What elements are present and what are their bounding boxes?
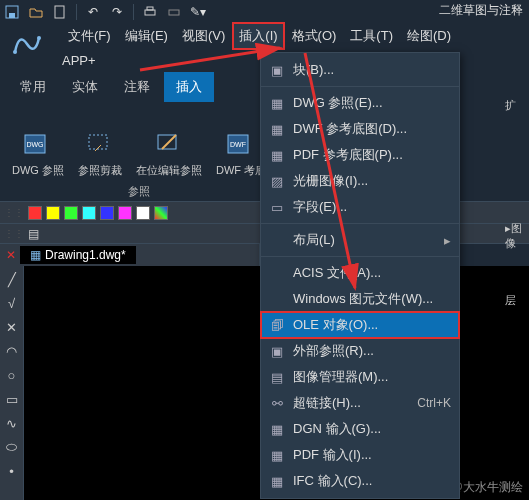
dwg-file-icon: ▦ (30, 248, 41, 262)
field-icon: ▭ (269, 199, 285, 215)
dd-block[interactable]: ▣块(B)... (261, 57, 459, 83)
svg-point-7 (37, 36, 41, 40)
dd-layout[interactable]: 布局(L)▸ (261, 227, 459, 253)
print-preview-icon[interactable] (166, 4, 182, 20)
dd-pdf-ref[interactable]: ▦PDF 参考底图(P)... (261, 142, 459, 168)
quick-access-bar: ↶ ↷ ✎▾ 二维草图与注释 (0, 0, 529, 24)
svg-rect-2 (55, 6, 64, 18)
dd-dwg-ref[interactable]: ▦DWG 参照(E)... (261, 90, 459, 116)
open-icon[interactable] (28, 4, 44, 20)
menu-edit[interactable]: 编辑(E) (119, 23, 174, 49)
app-logo-icon[interactable] (8, 27, 44, 63)
left-toolbar: ╱ √ ✕ ◠ ○ ▭ ∿ ⬭ • (0, 266, 24, 500)
ifc-icon: ▦ (269, 473, 285, 489)
ribbon-label: 参照剪裁 (78, 163, 122, 178)
dd-acis[interactable]: ACIS 文件(A)... (261, 260, 459, 286)
svg-text:DWG: DWG (26, 141, 43, 148)
dd-dgn[interactable]: ▦DGN 输入(G)... (261, 416, 459, 442)
edit-ref-icon (152, 127, 186, 161)
dd-ifc[interactable]: ▦IFC 输入(C)... (261, 468, 459, 494)
ribbon-dwg-ref[interactable]: DWG DWG 参照 (8, 123, 68, 182)
dwf-icon: ▦ (269, 121, 285, 137)
svg-text:DWF: DWF (230, 141, 246, 148)
svg-point-6 (13, 50, 17, 54)
color-red[interactable] (28, 206, 42, 220)
menubar: 文件(F) 编辑(E) 视图(V) 插入(I) 格式(O) 工具(T) 绘图(D… (62, 23, 457, 49)
dd-dwf-ref[interactable]: ▦DWF 参考底图(D)... (261, 116, 459, 142)
menu-view[interactable]: 视图(V) (176, 23, 231, 49)
color-cyan[interactable] (82, 206, 96, 220)
svg-rect-5 (169, 10, 179, 15)
dwg-ref-icon: DWG (21, 127, 55, 161)
worktab-label: Drawing1.dwg* (45, 248, 126, 262)
arc-tool-icon[interactable]: ◠ (3, 342, 21, 360)
tab-annotate[interactable]: 注释 (112, 72, 162, 102)
dd-wmf[interactable]: Windows 图元文件(W)... (261, 286, 459, 312)
right-edge-panels: 扩 ▸图像 层 (503, 92, 529, 314)
color-green[interactable] (64, 206, 78, 220)
tab-solid[interactable]: 实体 (60, 72, 110, 102)
right-layer[interactable]: 层 (503, 287, 529, 314)
worktab[interactable]: ▦ Drawing1.dwg* (20, 246, 136, 264)
pdf-in-icon: ▦ (269, 447, 285, 463)
menu-insert[interactable]: 插入(I) (233, 23, 283, 49)
print-icon[interactable] (142, 4, 158, 20)
ribbon-edit-ref[interactable]: 在位编辑参照 (132, 123, 206, 182)
style-icon[interactable]: ✎▾ (190, 4, 206, 20)
dd-raster[interactable]: ▨光栅图像(I)... (261, 168, 459, 194)
worktab-bar: ✕ ▦ Drawing1.dwg* (0, 244, 260, 266)
ellipse-tool-icon[interactable]: ⬭ (3, 438, 21, 456)
polyline-tool-icon[interactable]: √ (3, 294, 21, 312)
dwf-ref-icon: DWF (224, 127, 258, 161)
color-magenta[interactable] (118, 206, 132, 220)
new-icon[interactable] (52, 4, 68, 20)
tab-insert[interactable]: 插入 (164, 72, 214, 102)
rect-tool-icon[interactable]: ▭ (3, 390, 21, 408)
color-white[interactable] (136, 206, 150, 220)
menu-format[interactable]: 格式(O) (286, 23, 343, 49)
svg-rect-4 (147, 7, 153, 10)
xline-tool-icon[interactable]: ✕ (3, 318, 21, 336)
raster-icon: ▨ (269, 173, 285, 189)
right-expand[interactable]: 扩 (503, 92, 529, 119)
ref-clip-icon (83, 127, 117, 161)
workspace-name[interactable]: 二维草图与注释 (439, 2, 523, 19)
dwg-icon: ▦ (269, 95, 285, 111)
redo-icon[interactable]: ↷ (109, 4, 125, 20)
img-mgr-icon: ▤ (269, 369, 285, 385)
tab-home[interactable]: 常用 (8, 72, 58, 102)
menu-file[interactable]: 文件(F) (62, 23, 117, 49)
menu-tools[interactable]: 工具(T) (344, 23, 399, 49)
point-tool-icon[interactable]: • (3, 462, 21, 480)
dd-field[interactable]: ▭字段(E)... (261, 194, 459, 220)
worktab-close-icon[interactable]: ✕ (6, 248, 16, 262)
svg-rect-10 (89, 135, 107, 149)
layer-icon[interactable]: ▤ (28, 227, 39, 241)
color-rainbow[interactable] (154, 206, 168, 220)
color-blue[interactable] (100, 206, 114, 220)
ribbon-ref-clip[interactable]: 参照剪裁 (74, 123, 126, 182)
circle-tool-icon[interactable]: ○ (3, 366, 21, 384)
dd-ole-object[interactable]: 🗐OLE 对象(O)... (261, 312, 459, 338)
spline-tool-icon[interactable]: ∿ (3, 414, 21, 432)
block-icon: ▣ (269, 62, 285, 78)
menu-draw[interactable]: 绘图(D) (401, 23, 457, 49)
dgn-icon: ▦ (269, 421, 285, 437)
dd-image-mgr[interactable]: ▤图像管理器(M)... (261, 364, 459, 390)
ribbon-label: DWG 参照 (12, 163, 64, 178)
right-image[interactable]: ▸图像 (503, 215, 529, 257)
dd-xref[interactable]: ▣外部参照(R)... (261, 338, 459, 364)
svg-rect-3 (145, 10, 155, 15)
pdf-icon: ▦ (269, 147, 285, 163)
dd-pdf-in[interactable]: ▦PDF 输入(I)... (261, 442, 459, 468)
ribbon-group-label: 参照 (8, 182, 270, 201)
ole-icon: 🗐 (269, 317, 285, 333)
dd-hyperlink[interactable]: ⚯超链接(H)...Ctrl+K (261, 390, 459, 416)
ribbon-label: 在位编辑参照 (136, 163, 202, 178)
color-yellow[interactable] (46, 206, 60, 220)
link-icon: ⚯ (269, 395, 285, 411)
line-tool-icon[interactable]: ╱ (3, 270, 21, 288)
save-icon[interactable] (4, 4, 20, 20)
svg-rect-1 (9, 13, 15, 18)
undo-icon[interactable]: ↶ (85, 4, 101, 20)
